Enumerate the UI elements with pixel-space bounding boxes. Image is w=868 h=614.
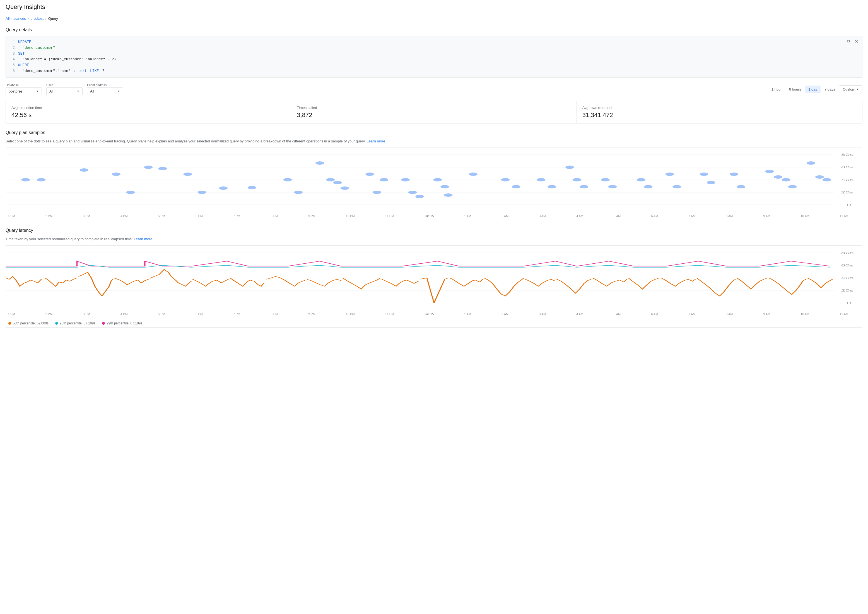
query-plan-desc-text: Select one of the dots to see a query pl…	[6, 139, 366, 143]
legend-99th-label: 99th percentile: 67.109s	[107, 321, 142, 325]
svg-point-21	[283, 178, 292, 181]
client-address-select[interactable]: All ▼	[87, 87, 123, 95]
svg-point-13	[112, 172, 120, 176]
svg-point-34	[440, 185, 449, 188]
time-btn-7days[interactable]: 7 days	[821, 85, 838, 93]
avg-exec-value: 42.56 s	[11, 112, 285, 119]
copy-button[interactable]: ⧉	[846, 38, 851, 45]
svg-point-46	[637, 178, 646, 181]
svg-point-11	[37, 178, 46, 181]
times-called-value: 3,872	[297, 112, 571, 119]
breadcrumb-prodtest[interactable]: prodtest	[30, 16, 44, 21]
svg-text:80s: 80s	[841, 251, 854, 254]
svg-point-32	[415, 195, 424, 198]
legend-95th-dot	[55, 322, 58, 325]
svg-point-51	[707, 181, 716, 184]
database-label: Database	[6, 83, 42, 87]
svg-point-45	[608, 185, 617, 188]
metric-avg-rows: Avg rows returned 31,341.472	[577, 101, 862, 123]
metric-times-called: Times called 3,872	[291, 101, 577, 123]
svg-point-20	[248, 186, 256, 189]
breadcrumb-all-instances[interactable]: All instances	[6, 16, 26, 21]
times-called-label: Times called	[297, 105, 571, 110]
breadcrumb: All instances › prodtest › Query	[0, 14, 868, 23]
svg-point-30	[401, 178, 410, 181]
svg-point-18	[198, 191, 206, 194]
filters-row: Database postgres ▼ User All ▼ Client ad…	[6, 83, 862, 95]
user-label: User	[46, 83, 82, 87]
svg-point-19	[219, 186, 228, 190]
svg-point-12	[80, 168, 89, 172]
svg-text:0: 0	[847, 301, 851, 305]
svg-point-31	[408, 191, 417, 194]
client-address-value: All	[90, 89, 94, 93]
close-icon: ✕	[855, 39, 858, 44]
svg-point-56	[782, 178, 790, 181]
time-btn-1day[interactable]: 1 day	[805, 85, 821, 93]
svg-point-50	[700, 172, 708, 176]
svg-point-26	[341, 186, 349, 190]
code-line-1: 1UPDATE	[10, 39, 858, 45]
app-title: Query Insights	[6, 3, 862, 11]
time-filters: 1 hour 6 hours 1 day 7 days Custom ▼	[768, 85, 862, 93]
query-latency-section: Query latency Time taken by your selecte…	[6, 228, 862, 328]
time-btn-1hour[interactable]: 1 hour	[768, 85, 785, 93]
svg-point-41	[565, 166, 574, 169]
svg-point-38	[512, 185, 521, 188]
client-address-filter: Client address All ▼	[87, 83, 123, 95]
svg-point-40	[548, 185, 556, 188]
breadcrumb-sep-2: ›	[45, 16, 46, 21]
custom-dropdown-arrow: ▼	[856, 88, 859, 91]
code-block: ⧉ ✕ 1UPDATE 2 "demo_customer" 3SET 4 "ba…	[6, 36, 862, 78]
code-line-6: 6 "demo_customer"."name"::text LIKE ?	[10, 68, 858, 74]
svg-point-57	[788, 185, 797, 188]
svg-text:60s: 60s	[841, 166, 854, 169]
client-address-arrow: ▼	[117, 90, 120, 93]
query-details-title: Query details	[6, 27, 862, 33]
svg-point-10	[21, 178, 30, 181]
legend-50th-label: 50th percentile: 52.009s	[13, 321, 48, 325]
svg-point-25	[333, 181, 342, 184]
avg-rows-value: 31,341.472	[582, 112, 857, 119]
latency-svg: 80s 60s 40s 20s 0	[6, 250, 862, 311]
query-details-section: Query details ⧉ ✕ 1UPDATE 2 "demo_custom…	[6, 27, 862, 78]
time-btn-custom[interactable]: Custom ▼	[839, 85, 862, 93]
svg-point-37	[501, 178, 510, 181]
svg-point-49	[672, 185, 681, 188]
svg-point-39	[537, 178, 546, 181]
query-plan-learn-more[interactable]: Learn more	[367, 139, 385, 143]
svg-text:80s: 80s	[841, 153, 854, 157]
database-select[interactable]: postgres ▼	[6, 87, 42, 95]
svg-point-60	[823, 178, 831, 181]
database-arrow: ▼	[36, 90, 39, 93]
copy-icon: ⧉	[847, 39, 850, 44]
svg-point-23	[316, 161, 324, 165]
code-line-4: 4 "balance" = ("demo_customer"."balance"…	[10, 57, 858, 62]
svg-point-44	[601, 178, 610, 181]
metrics-row: Avg execution time 42.56 s Times called …	[6, 101, 862, 124]
svg-text:40s: 40s	[841, 178, 854, 182]
query-latency-learn-more[interactable]: Learn more	[134, 237, 152, 241]
legend-95th: 95th percentile: 67.109s	[55, 321, 95, 325]
svg-point-27	[366, 172, 374, 176]
svg-point-47	[644, 185, 653, 188]
time-btn-6hours[interactable]: 6 hours	[786, 85, 804, 93]
svg-text:20s: 20s	[841, 289, 854, 292]
query-plan-chart: 80s 60s 40s 20s 0	[6, 147, 862, 220]
client-address-label: Client address	[87, 83, 123, 87]
svg-point-48	[665, 172, 674, 176]
svg-text:20s: 20s	[841, 191, 854, 194]
user-select[interactable]: All ▼	[46, 87, 82, 95]
svg-point-17	[183, 172, 192, 176]
svg-text:0: 0	[847, 203, 851, 207]
avg-rows-label: Avg rows returned	[582, 105, 857, 110]
code-line-2: 2 "demo_customer"	[10, 45, 858, 51]
scatter-svg: 80s 60s 40s 20s 0	[6, 152, 862, 213]
user-arrow: ▼	[77, 90, 79, 93]
svg-point-22	[294, 191, 303, 194]
svg-point-28	[380, 178, 388, 181]
svg-point-33	[433, 178, 442, 181]
query-plan-desc: Select one of the dots to see a query pl…	[6, 138, 862, 144]
query-plan-section: Query plan samples Select one of the dot…	[6, 130, 862, 220]
close-button[interactable]: ✕	[854, 38, 859, 45]
